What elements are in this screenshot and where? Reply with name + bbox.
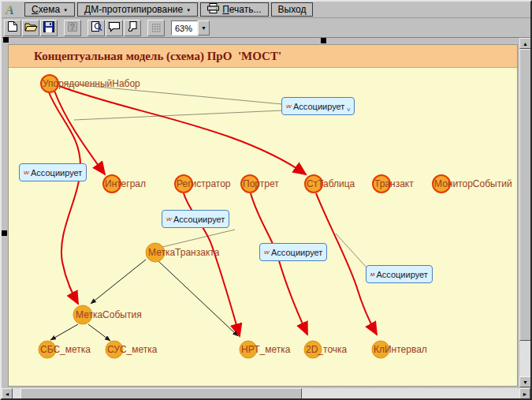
- node-label: КлИнтервал: [374, 344, 427, 355]
- svg-text:A: A: [5, 3, 14, 17]
- chevron-down-icon: ▼: [63, 6, 68, 13]
- assoc-connector-line: [74, 110, 282, 120]
- arrow-down-icon: ▼: [523, 379, 528, 385]
- help-icon: ?: [67, 21, 78, 36]
- selection-handle[interactable]: [321, 38, 326, 43]
- canvas-header: Концептуальная модель (схема) ПрО 'МОСТ': [9, 45, 517, 68]
- cardinality-mark: v: [347, 106, 350, 114]
- svg-text:?: ?: [70, 23, 75, 32]
- save-button[interactable]: [40, 20, 58, 36]
- save-floppy-icon: [43, 21, 54, 36]
- scroll-down-button[interactable]: ▼: [519, 376, 531, 387]
- new-document-icon: [7, 21, 18, 36]
- node-label: НРТ_метка: [241, 344, 291, 355]
- arrow-up-icon: ▲: [523, 41, 528, 47]
- arrow-right-icon: ►: [523, 391, 528, 397]
- node-label: Транзакт: [374, 178, 414, 189]
- node-label: СБС_метка: [40, 344, 91, 355]
- assoc-connector-line: [159, 230, 235, 248]
- association-box[interactable]: м Ассоциирует: [366, 265, 433, 283]
- association-box[interactable]: vv Ассоциирует: [259, 243, 327, 261]
- node-label: МониторСобытий: [434, 178, 512, 189]
- link-arrow: [50, 324, 78, 340]
- menu-label: Печать...: [222, 4, 261, 15]
- print-preview-icon: [91, 21, 102, 36]
- node-label: СУС_метка: [107, 344, 158, 355]
- association-box[interactable]: vv Ассоциирует v: [281, 97, 355, 115]
- comment-button[interactable]: [106, 20, 123, 36]
- print-preview-button[interactable]: [87, 20, 105, 36]
- menu-bar: A Схема ▼ ДМ-прототипирование ▼ Печать..…: [2, 2, 530, 18]
- diagram: УпорядоченныйНабор Интеграл Регистратор …: [9, 67, 517, 386]
- association-label: Ассоциирует: [293, 102, 344, 111]
- menu-item-print[interactable]: Печать...: [200, 2, 268, 17]
- scroll-up-button[interactable]: ▲: [519, 38, 531, 49]
- app-logo-icon: A: [4, 3, 20, 17]
- relation-line: [316, 193, 377, 335]
- cardinality-mark: м: [370, 271, 374, 278]
- node-label: 2D_точка: [306, 344, 348, 355]
- menu-item-dm-prototyping[interactable]: ДМ-прототипирование ▼: [77, 2, 198, 17]
- selection-handle[interactable]: [3, 37, 9, 43]
- horizontal-scrollbar[interactable]: ◄ ►: [2, 388, 530, 400]
- node-label: МеткаТранзакта: [148, 247, 220, 258]
- menu-item-exit[interactable]: Выход: [271, 2, 314, 17]
- grid-button: [147, 20, 165, 36]
- zoom-combobox[interactable]: 63% ▼: [171, 21, 210, 36]
- cardinality-mark: vv: [264, 249, 269, 256]
- arrow-left-icon: ◄: [5, 391, 10, 397]
- node-label: Регистратор: [177, 178, 231, 189]
- node-label: Интеграл: [105, 178, 146, 189]
- cardinality-mark: vv: [166, 215, 171, 222]
- cardinality-mark: vv: [286, 103, 291, 110]
- comment-bubble-icon: [108, 21, 121, 36]
- zoom-dropdown-button[interactable]: ▼: [198, 21, 210, 36]
- script-icon: [127, 21, 138, 36]
- open-folder-icon: [24, 21, 38, 36]
- printer-icon: [207, 3, 219, 16]
- open-button[interactable]: [22, 20, 39, 36]
- relation-line: [251, 193, 307, 335]
- zoom-value[interactable]: 63%: [171, 21, 198, 36]
- assoc-connector-line: [336, 234, 366, 267]
- node-label: СтТаблица: [307, 178, 355, 189]
- link-arrow: [88, 324, 110, 341]
- new-document-button[interactable]: [4, 20, 21, 36]
- menu-label: Выход: [278, 4, 307, 15]
- vertical-scroll-thumb[interactable]: [519, 49, 531, 341]
- chevron-down-icon: ▼: [186, 6, 191, 13]
- selection-handle[interactable]: [2, 230, 7, 236]
- menu-label: Схема: [32, 4, 60, 15]
- toolbar: ?: [2, 19, 530, 38]
- relation-line: [49, 92, 80, 304]
- help-button: ?: [64, 20, 81, 36]
- horizontal-scroll-thumb[interactable]: [20, 388, 302, 400]
- menu-label: ДМ-прототипирование: [84, 4, 183, 15]
- node-label: УпорядоченныйНабор: [43, 78, 140, 89]
- vertical-scrollbar[interactable]: ▲ ▼: [519, 38, 531, 387]
- link-arrow: [158, 261, 238, 336]
- app-window: A Схема ▼ ДМ-прототипирование ▼ Печать..…: [0, 0, 532, 400]
- link-arrow: [91, 260, 146, 304]
- association-label: Ассоциирует: [31, 168, 82, 178]
- cardinality-mark: vv: [24, 169, 28, 176]
- menu-item-schema[interactable]: Схема ▼: [24, 2, 75, 17]
- association-box[interactable]: vv Ассоциирует: [19, 163, 87, 181]
- schema-title: Концептуальная модель (схема) ПрО 'МОСТ': [9, 50, 281, 63]
- association-box[interactable]: vv Ассоциирует: [162, 210, 229, 228]
- association-label: Ассоциирует: [173, 215, 225, 224]
- chevron-down-icon: ▼: [201, 25, 206, 31]
- grid-icon: [151, 24, 162, 32]
- script-button[interactable]: [124, 20, 141, 36]
- node-label: Портрет: [243, 178, 279, 189]
- association-label: Ассоциирует: [271, 248, 322, 257]
- node-label: МеткаСобытия: [76, 309, 142, 320]
- scroll-left-button[interactable]: ◄: [2, 388, 13, 400]
- scroll-right-button[interactable]: ►: [519, 388, 530, 400]
- association-label: Ассоциирует: [376, 270, 427, 279]
